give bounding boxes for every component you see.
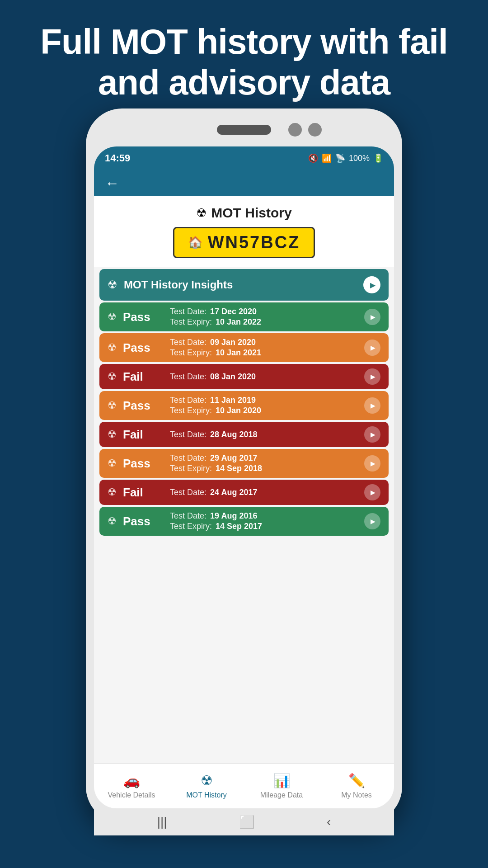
tab-mileage-data[interactable]: 📊 Mileage Data — [244, 764, 319, 808]
mot-hazard-icon-6: ☢ — [108, 486, 117, 498]
status-bar: 14:59 🔇 📶 📡 100% 🔋 — [94, 146, 394, 170]
insights-label: MOT History Insights — [124, 278, 357, 291]
battery-text: 100% — [349, 154, 370, 163]
mot-dates-0: Test Date:17 Dec 2020 Test Expiry:10 Jan… — [170, 307, 358, 327]
mot-dates-2: Test Date:08 Jan 2020 — [170, 372, 358, 382]
phone-frame: 14:59 🔇 📶 📡 100% 🔋 ← ☢ MOT History — [86, 108, 402, 823]
mot-list: ☢ MOT History Insights ☢ Pass Test Date:… — [94, 267, 394, 763]
status-time: 14:59 — [105, 152, 130, 164]
mot-hazard-icon-4: ☢ — [108, 429, 117, 440]
mot-dates-6: Test Date:24 Aug 2017 — [170, 488, 358, 497]
mot-play-btn-7[interactable] — [364, 513, 380, 529]
tab-mot-label: MOT History — [186, 791, 226, 799]
mot-result-6: Fail — [123, 486, 164, 500]
camera-lens-2 — [308, 123, 322, 137]
speaker — [217, 125, 271, 135]
tab-vehicle-details[interactable]: 🚗 Vehicle Details — [94, 764, 169, 808]
phone-bottom-nav: ||| ⬜ ‹ — [94, 808, 394, 835]
status-icons: 🔇 📶 📡 100% 🔋 — [308, 153, 383, 163]
mot-play-btn-2[interactable] — [364, 368, 380, 385]
screen-content: ☢ MOT History 🏠 WN57BCZ ☢ MOT History In… — [94, 196, 394, 808]
mot-play-btn-3[interactable] — [364, 397, 380, 414]
wifi-icon: 📶 — [322, 153, 332, 163]
mot-row-1[interactable]: ☢ Pass Test Date:09 Jan 2020 Test Expiry… — [99, 333, 389, 362]
license-plate: 🏠 WN57BCZ — [173, 227, 315, 258]
mot-hazard-icon-5: ☢ — [108, 458, 117, 469]
camera-lens-1 — [288, 123, 302, 137]
insights-play-button[interactable] — [363, 276, 380, 293]
mot-dates-5: Test Date:29 Aug 2017 Test Expiry:14 Sep… — [170, 453, 358, 473]
battery-icon: 🔋 — [373, 153, 383, 163]
plate-icon: 🏠 — [188, 236, 202, 250]
tab-mileage-icon: 📊 — [273, 773, 290, 788]
tab-my-notes[interactable]: ✏️ My Notes — [319, 764, 394, 808]
tab-notes-label: My Notes — [341, 791, 372, 799]
tab-bar: 🚗 Vehicle Details ☢ MOT History 📊 Mileag… — [94, 763, 394, 808]
mot-dates-4: Test Date:28 Aug 2018 — [170, 430, 358, 439]
camera-group — [288, 123, 322, 137]
phone-notch — [94, 117, 394, 144]
mot-play-btn-5[interactable] — [364, 455, 380, 472]
mot-row-0[interactable]: ☢ Pass Test Date:17 Dec 2020 Test Expiry… — [99, 302, 389, 331]
mot-hazard-icon-2: ☢ — [108, 371, 117, 382]
back-button[interactable]: ← — [105, 175, 119, 192]
nav-home-icon[interactable]: ⬜ — [239, 815, 255, 830]
mot-row-6[interactable]: ☢ Fail Test Date:24 Aug 2017 — [99, 480, 389, 505]
mot-result-5: Pass — [123, 457, 164, 471]
mot-hazard-icon-3: ☢ — [108, 400, 117, 411]
mot-hazard-icon-7: ☢ — [108, 515, 117, 527]
tab-mot-history[interactable]: ☢ MOT History — [169, 764, 244, 808]
signal-icon: 📡 — [335, 153, 345, 163]
mot-row-4[interactable]: ☢ Fail Test Date:28 Aug 2018 — [99, 422, 389, 447]
nav-bar: ← — [94, 170, 394, 196]
insights-card[interactable]: ☢ MOT History Insights — [99, 269, 389, 301]
tab-notes-icon: ✏️ — [348, 773, 365, 788]
mot-dates-7: Test Date:19 Aug 2016 Test Expiry:14 Sep… — [170, 511, 358, 531]
mot-play-btn-4[interactable] — [364, 426, 380, 443]
tab-mot-icon: ☢ — [201, 773, 213, 788]
nav-back-icon[interactable]: ‹ — [327, 815, 331, 829]
mot-row-2[interactable]: ☢ Fail Test Date:08 Jan 2020 — [99, 364, 389, 389]
mot-play-btn-6[interactable] — [364, 484, 380, 500]
mute-icon: 🔇 — [308, 153, 318, 163]
tab-mileage-label: Mileage Data — [260, 791, 303, 799]
nav-lines-icon[interactable]: ||| — [157, 815, 167, 829]
mot-row-5[interactable]: ☢ Pass Test Date:29 Aug 2017 Test Expiry… — [99, 449, 389, 478]
mot-history-title: MOT History — [211, 205, 291, 221]
tab-vehicle-label: Vehicle Details — [108, 791, 155, 799]
mot-play-btn-0[interactable] — [364, 309, 380, 325]
mot-result-7: Pass — [123, 514, 164, 528]
mot-result-1: Pass — [123, 341, 164, 355]
plate-container: 🏠 WN57BCZ — [94, 227, 394, 267]
mot-result-4: Fail — [123, 428, 164, 442]
mot-title-bar: ☢ MOT History — [94, 196, 394, 227]
hero-title: Full MOT history with fail and advisory … — [0, 0, 488, 116]
mot-dates-3: Test Date:11 Jan 2019 Test Expiry:10 Jan… — [170, 396, 358, 415]
mot-play-btn-1[interactable] — [364, 340, 380, 356]
mot-result-0: Pass — [123, 310, 164, 324]
mot-row-7[interactable]: ☢ Pass Test Date:19 Aug 2016 Test Expiry… — [99, 507, 389, 536]
insights-hazard-icon: ☢ — [108, 278, 117, 291]
phone-screen: 14:59 🔇 📶 📡 100% 🔋 ← ☢ MOT History — [94, 146, 394, 808]
mot-title-icon: ☢ — [196, 206, 206, 220]
mot-result-2: Fail — [123, 370, 164, 384]
mot-hazard-icon-0: ☢ — [108, 311, 117, 323]
plate-number: WN57BCZ — [208, 233, 300, 252]
tab-car-icon: 🚗 — [123, 773, 140, 788]
mot-hazard-icon-1: ☢ — [108, 342, 117, 354]
mot-row-3[interactable]: ☢ Pass Test Date:11 Jan 2019 Test Expiry… — [99, 391, 389, 420]
mot-dates-1: Test Date:09 Jan 2020 Test Expiry:10 Jan… — [170, 338, 358, 358]
mot-result-3: Pass — [123, 399, 164, 413]
